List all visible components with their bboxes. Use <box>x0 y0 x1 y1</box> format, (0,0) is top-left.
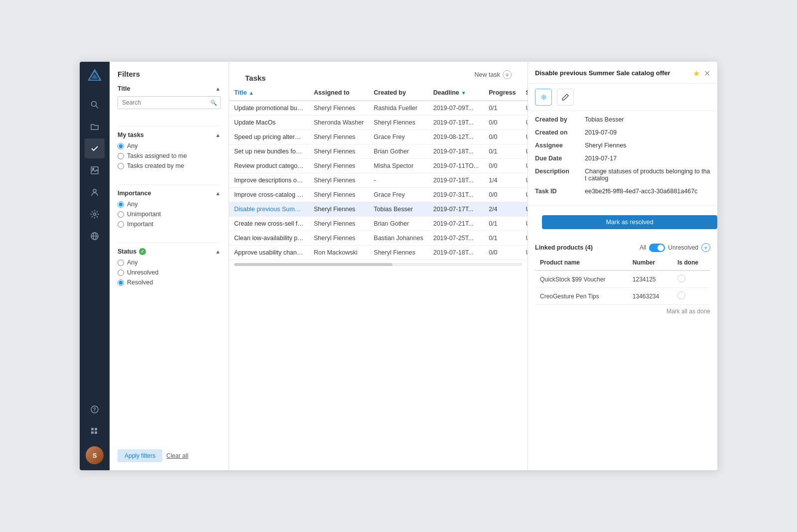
my-tasks-filter-header[interactable]: My tasks ▲ <box>118 132 221 138</box>
table-row[interactable]: Update MacOs Sheronda Washer Sheryl Fien… <box>229 116 528 130</box>
svg-rect-16 <box>91 431 94 434</box>
table-row[interactable]: Approve usability changes i... Ron Macko… <box>229 246 528 260</box>
sidebar-item-grid[interactable] <box>85 421 105 441</box>
linked-product-is-done[interactable] <box>672 270 710 288</box>
svg-text:?: ? <box>93 407 96 412</box>
add-linked-product-button[interactable]: + <box>701 243 710 252</box>
table-row[interactable]: Review product category fe... Sheryl Fie… <box>229 159 528 173</box>
tasks-table: Title▲ Assigned to Created by Deadline▼ … <box>229 85 528 470</box>
linked-col-number[interactable]: Number <box>628 255 672 270</box>
linked-toggle[interactable] <box>649 244 665 252</box>
task-progress: 0/0 <box>484 246 521 260</box>
linked-product-name: QuickStock $99 Voucher <box>535 270 628 288</box>
my-tasks-assigned[interactable]: Tasks assigned to me <box>118 152 221 159</box>
clear-all-button[interactable]: Clear all <box>166 449 188 462</box>
importance-chevron: ▲ <box>215 190 221 196</box>
linked-products-header: Linked products (4) All Unresolved + <box>528 238 717 255</box>
col-created-by[interactable]: Created by <box>369 85 428 101</box>
sidebar-item-globe[interactable] <box>85 226 105 246</box>
title-filter-label: Title <box>118 85 130 92</box>
mark-all-done-button[interactable]: Mark all as done <box>528 305 717 318</box>
table-row[interactable]: Set up new bundles for Au... Sheryl Fien… <box>229 144 528 159</box>
task-progress: 0/0 <box>484 159 521 173</box>
sidebar-item-images[interactable] <box>85 160 105 180</box>
task-assigned: Ron Mackowski <box>309 246 369 260</box>
linked-col-is-done[interactable]: Is done <box>672 255 710 270</box>
task-created: Brian Gother <box>369 217 428 231</box>
table-row[interactable]: Clean low-availability produ... Sheryl F… <box>229 231 528 246</box>
task-deadline: 2019-07-11TO... <box>428 159 484 173</box>
status-filter-header[interactable]: Status ▲ <box>118 248 221 255</box>
col-deadline[interactable]: Deadline▼ <box>428 85 484 101</box>
table-row[interactable]: Improve cross-catalog shari... Sheryl Fi… <box>229 188 528 202</box>
status-unresolved[interactable]: Unresolved <box>118 269 221 276</box>
svg-point-6 <box>93 168 94 170</box>
task-assigned: Sheryl Fiennes <box>309 188 369 202</box>
avatar[interactable]: S <box>85 443 105 463</box>
col-title[interactable]: Title▲ <box>229 85 309 101</box>
resolve-button[interactable]: Mark as resolved <box>542 215 717 229</box>
status-any[interactable]: Any <box>118 259 221 266</box>
field-created-by: Created by Tobias Besser <box>535 116 710 123</box>
col-status[interactable]: Status <box>521 85 528 101</box>
sidebar-item-folder[interactable] <box>85 117 105 136</box>
created-by-label: Created by <box>535 116 585 123</box>
task-created: Brian Gother <box>369 144 428 159</box>
task-created: - <box>369 173 428 188</box>
table-row[interactable]: Improve descriptions on All... Sheryl Fi… <box>229 173 528 188</box>
detail-close-button[interactable]: ✕ <box>704 69 710 78</box>
task-created: Rashida Fueller <box>369 101 428 116</box>
importance-any[interactable]: Any <box>118 201 221 208</box>
my-tasks-created[interactable]: Tasks created by me <box>118 162 221 169</box>
title-filter-header[interactable]: Title ▲ <box>118 85 221 92</box>
detail-edit-button[interactable] <box>557 89 574 106</box>
due-date-label: Due Date <box>535 155 585 162</box>
detail-snowflake-button[interactable]: ❄ <box>535 89 552 106</box>
linked-product-number: 1234125 <box>628 270 672 288</box>
task-progress: 2/4 <box>484 202 521 217</box>
importance-unimportant[interactable]: Unimportant <box>118 211 221 218</box>
linked-products-title: Linked products (4) <box>535 244 593 251</box>
detail-title: Disable previous Summer Sale catalog off… <box>535 69 689 78</box>
task-status: Unresolv... <box>521 130 528 144</box>
my-tasks-any[interactable]: Any <box>118 142 221 149</box>
linked-col-product-name[interactable]: Product name <box>535 255 628 270</box>
table-row[interactable]: Speed up pricing alterations Sheryl Fien… <box>229 130 528 144</box>
sidebar-item-users[interactable] <box>85 182 105 202</box>
col-progress[interactable]: Progress <box>484 85 521 101</box>
task-status: Unresolv... <box>521 159 528 173</box>
task-status: Unresolv... <box>521 231 528 246</box>
linked-all-label: All <box>640 244 646 251</box>
svg-point-8 <box>94 213 96 216</box>
sidebar-item-settings[interactable] <box>85 204 105 224</box>
sidebar-item-search[interactable] <box>85 95 105 115</box>
sidebar-item-help[interactable]: ? <box>85 399 105 419</box>
importance-important[interactable]: Important <box>118 221 221 228</box>
app-logo[interactable] <box>86 67 104 85</box>
task-deadline: 2019-07-25T... <box>428 231 484 246</box>
status-resolved[interactable]: Resolved <box>118 279 221 286</box>
table-row[interactable]: Create new cross-sell for A... Sheryl Fi… <box>229 217 528 231</box>
status-filter-section: Status ▲ Any Unresolved Resolved <box>118 248 221 289</box>
importance-filter-header[interactable]: Importance ▲ <box>118 190 221 197</box>
table-row[interactable]: Update promotional bundle... Sheryl Fien… <box>229 101 528 116</box>
sidebar-item-tasks[interactable] <box>85 138 105 158</box>
title-search-input[interactable] <box>118 96 221 109</box>
new-task-button[interactable]: New task + <box>467 70 520 79</box>
task-title: Update promotional bundle... <box>229 101 309 116</box>
detail-star-icon[interactable]: ★ <box>693 69 700 78</box>
task-status: Unresolv... <box>521 116 528 130</box>
table-row[interactable]: Disable previous Summer S... Sheryl Fien… <box>229 202 528 217</box>
field-assignee: Assignee Sheryl Fiennes <box>535 142 710 149</box>
linked-product-is-done[interactable] <box>672 288 710 305</box>
task-deadline: 2019-07-21T... <box>428 217 484 231</box>
task-id-value: ee3be2f6-9ff8-4ed7-acc3-30a6881a467c <box>585 188 710 195</box>
task-assigned: Sheryl Fiennes <box>309 173 369 188</box>
apply-filters-button[interactable]: Apply filters <box>118 449 162 462</box>
task-title: Speed up pricing alterations <box>229 130 309 144</box>
task-deadline: 2019-07-18T... <box>428 246 484 260</box>
new-task-area: Tasks New task + <box>229 62 528 85</box>
col-assigned-to[interactable]: Assigned to <box>309 85 369 101</box>
task-deadline: 2019-07-31T... <box>428 188 484 202</box>
task-status: Unresolv... <box>521 144 528 159</box>
